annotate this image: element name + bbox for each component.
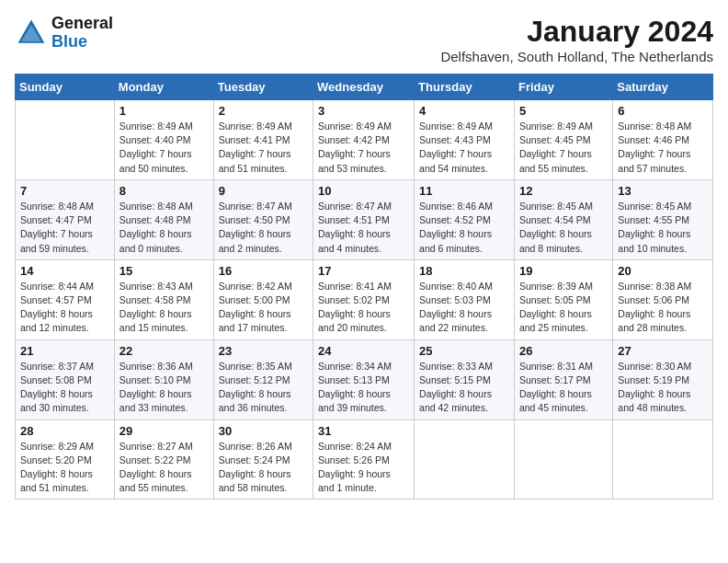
- calendar-cell: 13Sunrise: 8:45 AMSunset: 4:55 PMDayligh…: [613, 179, 713, 259]
- day-number: 7: [20, 184, 109, 198]
- day-number: 6: [618, 104, 708, 118]
- calendar-cell: 18Sunrise: 8:40 AMSunset: 5:03 PMDayligh…: [415, 259, 515, 339]
- title-block: January 2024 Delfshaven, South Holland, …: [440, 15, 713, 64]
- day-info: Sunrise: 8:33 AMSunset: 5:15 PMDaylight:…: [419, 360, 509, 416]
- weekday-header-monday: Monday: [114, 75, 213, 100]
- calendar-cell: [16, 100, 115, 180]
- calendar-cell: 11Sunrise: 8:46 AMSunset: 4:52 PMDayligh…: [415, 179, 515, 259]
- day-info: Sunrise: 8:47 AMSunset: 4:50 PMDaylight:…: [219, 200, 308, 256]
- day-info: Sunrise: 8:49 AMSunset: 4:42 PMDaylight:…: [318, 120, 409, 176]
- day-info: Sunrise: 8:44 AMSunset: 4:57 PMDaylight:…: [20, 280, 109, 336]
- calendar-cell: 3Sunrise: 8:49 AMSunset: 4:42 PMDaylight…: [313, 100, 415, 180]
- day-number: 19: [519, 264, 608, 278]
- calendar-header: SundayMondayTuesdayWednesdayThursdayFrid…: [16, 75, 713, 100]
- day-number: 20: [618, 264, 708, 278]
- day-number: 2: [219, 104, 308, 118]
- calendar-cell: 8Sunrise: 8:48 AMSunset: 4:48 PMDaylight…: [114, 179, 213, 259]
- day-number: 21: [20, 344, 109, 358]
- day-info: Sunrise: 8:35 AMSunset: 5:12 PMDaylight:…: [219, 360, 308, 416]
- calendar-cell: 20Sunrise: 8:38 AMSunset: 5:06 PMDayligh…: [613, 259, 713, 339]
- day-info: Sunrise: 8:48 AMSunset: 4:47 PMDaylight:…: [20, 200, 109, 256]
- day-number: 23: [219, 344, 308, 358]
- day-number: 16: [219, 264, 308, 278]
- day-info: Sunrise: 8:45 AMSunset: 4:55 PMDaylight:…: [618, 200, 708, 256]
- day-info: Sunrise: 8:43 AMSunset: 4:58 PMDaylight:…: [119, 280, 209, 336]
- weekday-header-thursday: Thursday: [415, 75, 515, 100]
- calendar-cell: 21Sunrise: 8:37 AMSunset: 5:08 PMDayligh…: [16, 339, 115, 419]
- calendar-cell: 5Sunrise: 8:49 AMSunset: 4:45 PMDaylight…: [514, 100, 612, 180]
- calendar-cell: 22Sunrise: 8:36 AMSunset: 5:10 PMDayligh…: [114, 339, 213, 419]
- calendar-cell: 23Sunrise: 8:35 AMSunset: 5:12 PMDayligh…: [213, 339, 313, 419]
- day-info: Sunrise: 8:29 AMSunset: 5:20 PMDaylight:…: [20, 440, 109, 496]
- day-info: Sunrise: 8:49 AMSunset: 4:45 PMDaylight:…: [519, 120, 608, 176]
- day-number: 12: [519, 184, 608, 198]
- location-title: Delfshaven, South Holland, The Netherlan…: [440, 49, 713, 64]
- day-info: Sunrise: 8:30 AMSunset: 5:19 PMDaylight:…: [618, 360, 708, 416]
- month-title: January 2024: [440, 15, 713, 49]
- day-info: Sunrise: 8:26 AMSunset: 5:24 PMDaylight:…: [219, 440, 308, 496]
- day-info: Sunrise: 8:42 AMSunset: 5:00 PMDaylight:…: [219, 280, 308, 336]
- day-info: Sunrise: 8:48 AMSunset: 4:46 PMDaylight:…: [618, 120, 708, 176]
- calendar-cell: 27Sunrise: 8:30 AMSunset: 5:19 PMDayligh…: [613, 339, 713, 419]
- logo-text: General Blue: [51, 15, 113, 52]
- day-number: 9: [219, 184, 308, 198]
- day-info: Sunrise: 8:34 AMSunset: 5:13 PMDaylight:…: [318, 360, 409, 416]
- logo-icon: [15, 17, 48, 50]
- day-number: 5: [519, 104, 608, 118]
- calendar-cell: 29Sunrise: 8:27 AMSunset: 5:22 PMDayligh…: [114, 419, 213, 500]
- day-number: 3: [318, 104, 409, 118]
- calendar-cell: 4Sunrise: 8:49 AMSunset: 4:43 PMDaylight…: [415, 100, 515, 180]
- calendar-cell: 30Sunrise: 8:26 AMSunset: 5:24 PMDayligh…: [213, 419, 313, 500]
- day-number: 14: [20, 264, 109, 278]
- calendar-cell: [613, 419, 713, 500]
- calendar-cell: 17Sunrise: 8:41 AMSunset: 5:02 PMDayligh…: [313, 259, 415, 339]
- day-info: Sunrise: 8:46 AMSunset: 4:52 PMDaylight:…: [419, 200, 509, 256]
- day-number: 26: [519, 344, 608, 358]
- day-info: Sunrise: 8:31 AMSunset: 5:17 PMDaylight:…: [519, 360, 608, 416]
- calendar-cell: 7Sunrise: 8:48 AMSunset: 4:47 PMDaylight…: [16, 179, 115, 259]
- weekday-row: SundayMondayTuesdayWednesdayThursdayFrid…: [16, 75, 713, 100]
- weekday-header-saturday: Saturday: [613, 75, 713, 100]
- day-number: 1: [119, 104, 209, 118]
- day-number: 11: [419, 184, 509, 198]
- day-info: Sunrise: 8:27 AMSunset: 5:22 PMDaylight:…: [119, 440, 209, 496]
- day-info: Sunrise: 8:41 AMSunset: 5:02 PMDaylight:…: [318, 280, 409, 336]
- day-number: 24: [318, 344, 409, 358]
- week-row-4: 21Sunrise: 8:37 AMSunset: 5:08 PMDayligh…: [16, 339, 713, 419]
- day-info: Sunrise: 8:45 AMSunset: 4:54 PMDaylight:…: [519, 200, 608, 256]
- day-number: 18: [419, 264, 509, 278]
- calendar-cell: 16Sunrise: 8:42 AMSunset: 5:00 PMDayligh…: [213, 259, 313, 339]
- weekday-header-sunday: Sunday: [16, 75, 115, 100]
- calendar-cell: 28Sunrise: 8:29 AMSunset: 5:20 PMDayligh…: [16, 419, 115, 500]
- day-info: Sunrise: 8:38 AMSunset: 5:06 PMDaylight:…: [618, 280, 708, 336]
- day-number: 17: [318, 264, 409, 278]
- calendar-cell: 10Sunrise: 8:47 AMSunset: 4:51 PMDayligh…: [313, 179, 415, 259]
- logo-line2: Blue: [51, 33, 113, 52]
- calendar-cell: 6Sunrise: 8:48 AMSunset: 4:46 PMDaylight…: [613, 100, 713, 180]
- logo-line1: General: [51, 15, 113, 33]
- calendar-table: SundayMondayTuesdayWednesdayThursdayFrid…: [15, 74, 713, 500]
- calendar-cell: [514, 419, 612, 500]
- day-number: 8: [119, 184, 209, 198]
- day-number: 30: [219, 424, 308, 438]
- day-info: Sunrise: 8:37 AMSunset: 5:08 PMDaylight:…: [20, 360, 109, 416]
- calendar-cell: 19Sunrise: 8:39 AMSunset: 5:05 PMDayligh…: [514, 259, 612, 339]
- weekday-header-wednesday: Wednesday: [313, 75, 415, 100]
- day-number: 15: [119, 264, 209, 278]
- week-row-3: 14Sunrise: 8:44 AMSunset: 4:57 PMDayligh…: [16, 259, 713, 339]
- day-number: 4: [419, 104, 509, 118]
- day-info: Sunrise: 8:49 AMSunset: 4:40 PMDaylight:…: [119, 120, 209, 176]
- day-number: 27: [618, 344, 708, 358]
- calendar-cell: 25Sunrise: 8:33 AMSunset: 5:15 PMDayligh…: [415, 339, 515, 419]
- day-number: 10: [318, 184, 409, 198]
- page-header: General Blue January 2024 Delfshaven, So…: [15, 15, 713, 64]
- calendar-cell: 15Sunrise: 8:43 AMSunset: 4:58 PMDayligh…: [114, 259, 213, 339]
- day-info: Sunrise: 8:36 AMSunset: 5:10 PMDaylight:…: [119, 360, 209, 416]
- day-info: Sunrise: 8:48 AMSunset: 4:48 PMDaylight:…: [119, 200, 209, 256]
- calendar-cell: 1Sunrise: 8:49 AMSunset: 4:40 PMDaylight…: [114, 100, 213, 180]
- calendar-cell: 26Sunrise: 8:31 AMSunset: 5:17 PMDayligh…: [514, 339, 612, 419]
- calendar-cell: 12Sunrise: 8:45 AMSunset: 4:54 PMDayligh…: [514, 179, 612, 259]
- day-info: Sunrise: 8:49 AMSunset: 4:43 PMDaylight:…: [419, 120, 509, 176]
- weekday-header-friday: Friday: [514, 75, 612, 100]
- week-row-2: 7Sunrise: 8:48 AMSunset: 4:47 PMDaylight…: [16, 179, 713, 259]
